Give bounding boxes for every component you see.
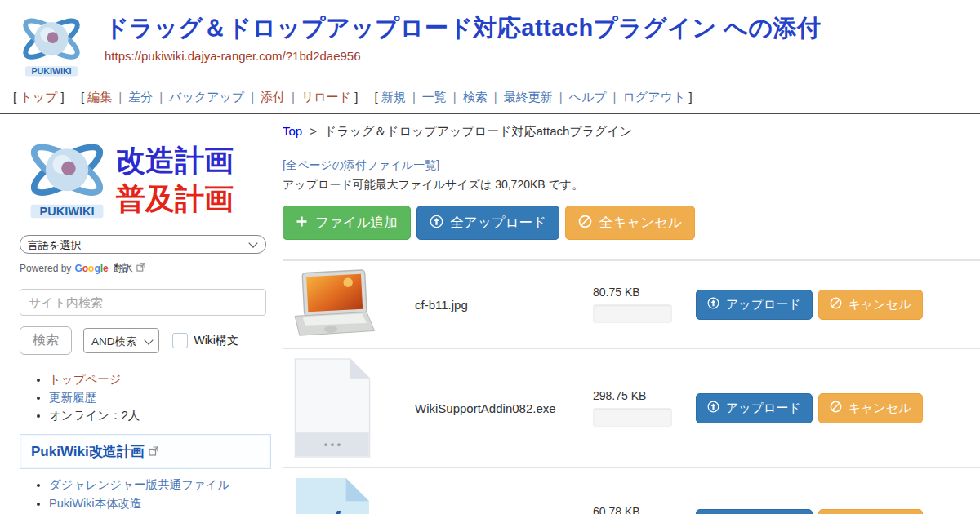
top-navbar: [ トップ ] [ 編集|差分|バックアップ|添付|リロード ] [ 新規|一覧…: [0, 83, 980, 105]
external-link-icon: [149, 445, 158, 459]
nav-link-recent[interactable]: 最終更新: [504, 90, 553, 104]
bracket: ]: [61, 90, 65, 104]
language-select[interactable]: 言語を選択: [20, 235, 266, 254]
nav-link-list[interactable]: 一覧: [422, 90, 447, 104]
google-translate-attribution: Powered by Google 翻訳: [20, 261, 271, 275]
sidebar-link-common-files[interactable]: ダジャレンジャー版共通ファイル: [49, 478, 229, 491]
sidebar-plugin-links: ダジャレンジャー版共通ファイル PukiWiki本体改造 PukiWikiテキス…: [20, 477, 271, 514]
breadcrumb-separator: >: [310, 124, 317, 138]
cancel-button[interactable]: キャンセル: [818, 509, 923, 514]
upload-circle-icon: [707, 297, 719, 312]
nav-separator: |: [494, 90, 497, 104]
ban-icon: [830, 401, 842, 415]
page-header: PUKIWIKI ドラッグ＆ドロップアップロード対応attachプラグイン への…: [0, 0, 980, 83]
file-row: cf-b11.jpg 80.75 KB アップロード: [283, 259, 980, 348]
svg-text:</>: </>: [298, 503, 367, 514]
list-item: オンライン：2人: [49, 408, 271, 423]
upload-button[interactable]: アップロード: [696, 393, 813, 423]
upload-label: アップロード: [726, 401, 801, 416]
nav-separator: |: [412, 90, 416, 104]
nav-link-top[interactable]: トップ: [20, 90, 57, 104]
sidebar-link-core-mod[interactable]: PukiWiki本体改造: [49, 497, 142, 510]
pukiwiki-atom-logo-icon: PUKIWIKI: [20, 127, 114, 227]
bulk-actions: ファイル追加 全アップロード 全キャンセル: [283, 206, 980, 240]
upload-button[interactable]: アップロード: [696, 290, 813, 320]
sidebar-link-history[interactable]: 更新履歴: [49, 391, 96, 404]
banner-fukyuu-text: 普及計画: [116, 183, 234, 215]
pukiwiki-atom-logo-icon[interactable]: PUKIWIKI: [13, 7, 90, 83]
wiki-syntax-checkbox[interactable]: [172, 333, 188, 348]
cancel-button[interactable]: キャンセル: [818, 393, 923, 423]
nav-separator: |: [159, 90, 163, 104]
upload-label: アップロード: [726, 297, 801, 312]
list-item: PukiWiki本体改造: [49, 496, 271, 512]
ban-icon: [578, 215, 592, 232]
google-logo-text: Google: [74, 263, 108, 274]
pukiwiki-logo-text: PUKIWIKI: [31, 66, 71, 76]
search-button[interactable]: 検索: [20, 326, 72, 355]
bracket: ]: [354, 90, 358, 104]
file-size: 60.78 KB: [593, 505, 684, 514]
upload-all-button[interactable]: 全アップロード: [416, 206, 559, 240]
nav-separator: |: [292, 90, 295, 104]
list-item: ダジャレンジャー版共通ファイル: [49, 477, 271, 493]
file-name: WikiSupportAddin082.exe: [382, 401, 593, 415]
plus-icon: [296, 215, 308, 231]
sidebar-banner[interactable]: PUKIWIKI 改造計画 普及計画: [20, 127, 271, 227]
file-size: 298.75 KB: [593, 389, 684, 402]
nav-separator: |: [453, 90, 457, 104]
all-attachments-link[interactable]: [全ページの添付ファイル一覧]: [283, 158, 439, 173]
file-size: 80.75 KB: [593, 286, 684, 299]
nav-link-reload[interactable]: リロード: [301, 90, 351, 104]
upload-progress-bar: [593, 408, 672, 427]
upload-circle-icon: [707, 401, 719, 415]
wiki-syntax-label: Wiki構文: [194, 334, 238, 348]
breadcrumb: Top>ドラッグ＆ドロップアップロード対応attachプラグイン: [283, 124, 980, 140]
nav-link-help[interactable]: ヘルプ: [569, 90, 607, 104]
generic-file-icon: [283, 357, 382, 459]
upload-circle-icon: [430, 215, 443, 232]
nav-link-new[interactable]: 新規: [381, 90, 406, 104]
banner-kaizou-text: 改造計画: [116, 139, 234, 183]
ban-icon: [830, 297, 842, 312]
site-search-input[interactable]: [20, 289, 266, 316]
sidebar: PUKIWIKI 改造計画 普及計画 言語を選択 Powered by Goog…: [0, 114, 283, 514]
nav-separator: |: [118, 90, 122, 104]
powered-by-label: Powered by: [20, 263, 71, 274]
file-row: WikiSupportAddin082.exe 298.75 KB アップロード: [283, 348, 980, 467]
upload-file-list: cf-b11.jpg 80.75 KB アップロード: [283, 259, 980, 514]
page-url-link[interactable]: https://pukiwiki.dajya-ranger.com/?1bd2d…: [105, 49, 361, 63]
sidebar-quick-links: トップページ 更新履歴 オンライン：2人: [20, 372, 271, 423]
nav-link-attach[interactable]: 添付: [261, 90, 285, 104]
sidebar-heading-text: PukiWiki改造計画: [31, 442, 145, 461]
bracket: ]: [688, 90, 692, 104]
nav-separator: |: [559, 90, 563, 104]
online-count-text: オンライン：2人: [49, 409, 140, 422]
laptop-photo-thumbnail: [283, 269, 382, 339]
sidebar-heading-box[interactable]: PukiWiki改造計画: [20, 434, 271, 469]
breadcrumb-home-link[interactable]: Top: [283, 124, 302, 138]
cancel-all-label: 全キャンセル: [599, 214, 682, 232]
main-content: Top>ドラッグ＆ドロップアップロード対応attachプラグイン [全ページの添…: [283, 114, 980, 514]
list-item: 更新履歴: [49, 390, 271, 405]
nav-link-diff[interactable]: 差分: [128, 90, 153, 104]
nav-link-edit[interactable]: 編集: [87, 90, 112, 104]
bracket: [: [13, 90, 16, 104]
cancel-label: キャンセル: [849, 297, 911, 312]
add-file-button[interactable]: ファイル追加: [283, 206, 411, 240]
pukiwiki-logo-text: PUKIWIKI: [40, 205, 95, 218]
nav-link-search[interactable]: 検索: [463, 90, 488, 104]
upload-progress-bar: [593, 304, 672, 323]
upload-button[interactable]: アップロード: [696, 509, 813, 514]
file-name: cf-b11.jpg: [382, 298, 593, 312]
bracket: [: [81, 90, 84, 104]
file-row: </> contents.html 60.78 KB アップロード: [283, 467, 980, 514]
sidebar-link-toppage[interactable]: トップページ: [49, 373, 122, 386]
nav-link-logout[interactable]: ログアウト: [623, 90, 686, 104]
page-title: ドラッグ＆ドロップアップロード対応attachプラグイン への添付: [105, 15, 822, 42]
nav-link-backup[interactable]: バックアップ: [169, 90, 244, 104]
add-file-label: ファイル追加: [315, 214, 398, 232]
cancel-all-button[interactable]: 全キャンセル: [565, 206, 695, 240]
cancel-button[interactable]: キャンセル: [818, 290, 923, 320]
list-item: トップページ: [49, 372, 271, 388]
